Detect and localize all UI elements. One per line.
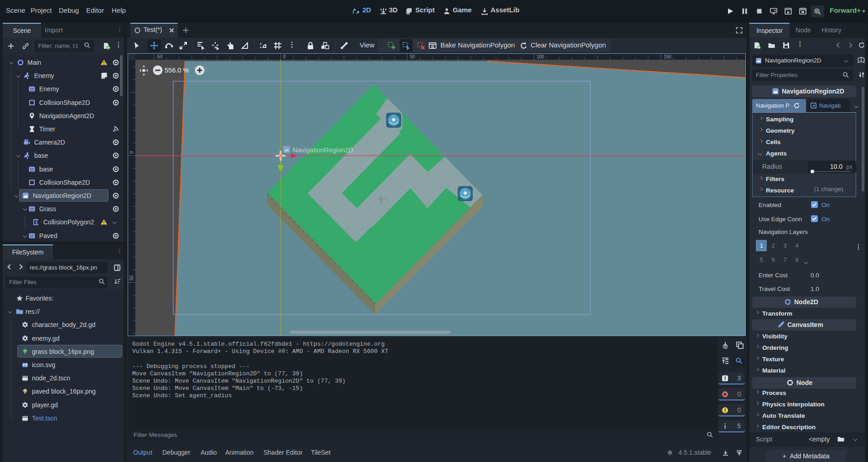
svg-text:100: 100 [537,54,544,59]
svg-text:NavigationRegion2D: NavigationRegion2D [293,146,353,154]
svg-text:50: 50 [410,54,415,59]
svg-text:150: 150 [664,54,672,59]
svg-text:556.0 %: 556.0 % [165,67,189,74]
svg-text:-50: -50 [156,54,163,59]
svg-text:0: 0 [129,151,134,154]
svg-text:0: 0 [283,54,286,59]
svg-text:50: 50 [129,275,134,280]
